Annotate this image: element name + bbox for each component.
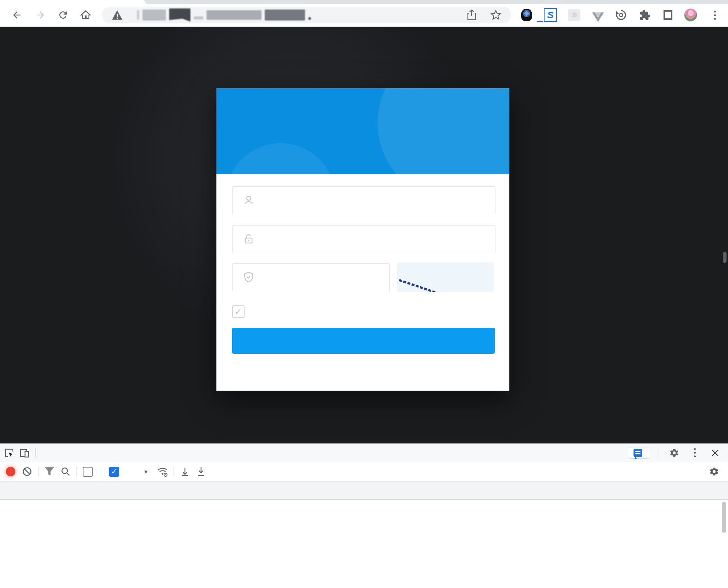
gear-icon: [669, 448, 679, 458]
account-field-wrap: [232, 186, 495, 214]
divider: [174, 467, 174, 476]
back-icon: [11, 10, 22, 21]
history-sync-icon: [615, 9, 627, 21]
keep-session-row: ✓: [232, 304, 251, 319]
network-scrollbar-thumb[interactable]: [722, 502, 726, 533]
page-viewport: ✓: [0, 27, 728, 443]
ai-extension-button[interactable]: [520, 8, 533, 22]
extension-new-badge: [537, 21, 543, 22]
divider: [38, 467, 38, 476]
password-field-wrap: [232, 225, 495, 253]
divider: [77, 467, 77, 476]
devtools-panel: ✓ ▼: [0, 443, 728, 588]
history-sync-button[interactable]: [614, 8, 628, 22]
search-network-button[interactable]: [57, 464, 74, 480]
login-button[interactable]: [232, 328, 495, 354]
decor-circle: [226, 143, 335, 174]
close-icon: [711, 449, 720, 457]
react-devtools-button[interactable]: ⚛: [568, 8, 581, 22]
side-panel-icon: [662, 10, 673, 21]
reload-button[interactable]: [56, 8, 70, 22]
export-arrow-icon: [196, 466, 206, 477]
divider: [35, 448, 36, 458]
clear-network-log-button[interactable]: [19, 464, 35, 480]
browser-tab-strip: [0, 0, 728, 4]
browser-toolbar: S ⚛: [0, 4, 728, 27]
vue-icon: [592, 12, 604, 22]
not-secure-warning-icon: [112, 10, 122, 20]
react-atom-icon: ⚛: [568, 9, 580, 21]
reload-icon: [57, 10, 68, 21]
disable-cache-checkbox[interactable]: ✓: [109, 467, 119, 477]
menu-dots-icon: [714, 11, 716, 20]
network-table-rows: [0, 500, 728, 588]
extensions-button[interactable]: [638, 8, 651, 22]
app-title: [216, 120, 509, 143]
menu-dots-icon: [694, 448, 696, 457]
devtools-menu-button[interactable]: [687, 444, 702, 462]
network-toolbar: ✓ ▼: [0, 462, 728, 481]
bookmark-button[interactable]: [489, 8, 502, 22]
import-arrow-icon: [180, 466, 190, 477]
network-conditions-icon: [157, 466, 168, 477]
issues-bubble-icon: [634, 449, 642, 457]
clear-icon: [22, 466, 32, 477]
home-icon: [80, 10, 91, 21]
login-card-header: [216, 88, 509, 174]
account-input[interactable]: [233, 187, 495, 214]
preserve-log-checkbox[interactable]: [83, 467, 93, 477]
inspect-cursor-icon: [4, 447, 15, 458]
network-settings-button[interactable]: [706, 464, 722, 480]
captcha-squiggle: [397, 263, 494, 292]
forward-button[interactable]: [33, 8, 48, 22]
filter-funnel-icon: [44, 467, 55, 476]
browser-window: S ⚛: [0, 0, 728, 588]
throttling-caret-icon[interactable]: ▼: [143, 469, 149, 475]
export-har-button[interactable]: [193, 464, 209, 480]
vue-devtools-button[interactable]: [591, 8, 605, 24]
side-panel-button[interactable]: [661, 8, 675, 22]
bookmark-star-icon: [490, 10, 501, 21]
devtools-settings-button[interactable]: [666, 444, 682, 462]
browser-menu-button[interactable]: [708, 8, 721, 22]
forward-icon: [35, 10, 46, 21]
devtools-tabbar: [0, 444, 728, 462]
active-browser-tab[interactable]: [0, 0, 146, 4]
address-bar[interactable]: [102, 7, 511, 23]
inspect-element-button[interactable]: [1, 444, 17, 462]
devtools-close-button[interactable]: [707, 444, 723, 462]
network-conditions-button[interactable]: [155, 464, 171, 480]
keep-session-checkbox[interactable]: ✓: [232, 305, 245, 318]
issues-badge[interactable]: [629, 447, 650, 459]
captcha-field-wrap: [232, 263, 390, 291]
device-toolbar-icon: [19, 447, 30, 458]
login-card: ✓: [216, 88, 509, 391]
device-toolbar-button[interactable]: [17, 444, 32, 462]
share-icon: [467, 10, 477, 21]
share-button[interactable]: [465, 8, 478, 22]
extensions-puzzle-icon: [639, 9, 650, 21]
captcha-image[interactable]: [397, 263, 494, 292]
back-button[interactable]: [10, 8, 24, 22]
divider: [658, 448, 658, 458]
captcha-input[interactable]: [233, 264, 389, 291]
redacted-url: [137, 8, 311, 22]
network-table: [0, 481, 728, 588]
page-scrollbar-thumb[interactable]: [723, 252, 727, 263]
home-button[interactable]: [78, 8, 93, 22]
record-network-log-button[interactable]: [6, 467, 15, 476]
profile-button[interactable]: [684, 8, 697, 22]
gear-icon: [709, 466, 719, 477]
profile-avatar: [684, 8, 697, 22]
network-table-header: [0, 481, 728, 500]
devtools-tabbar-right: [629, 444, 728, 462]
search-icon: [60, 466, 71, 477]
s-extension-button[interactable]: S: [544, 8, 557, 22]
s-extension-icon: S: [544, 8, 557, 22]
ai-head-icon: [521, 9, 532, 21]
password-input[interactable]: [233, 226, 495, 253]
divider: [103, 467, 103, 476]
filter-button[interactable]: [41, 464, 57, 480]
import-har-button[interactable]: [177, 464, 193, 480]
